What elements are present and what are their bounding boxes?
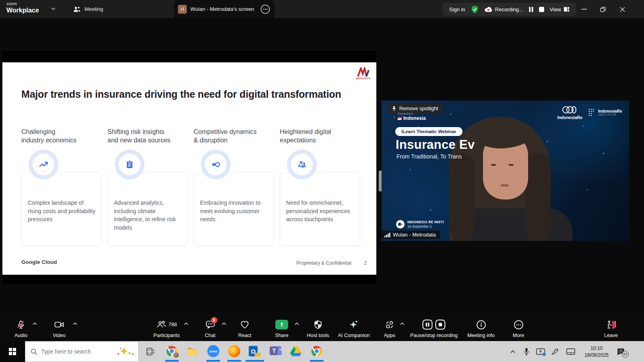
- column-body: Need for omnichannel, personalized exper…: [286, 199, 355, 224]
- slide-column-2: Shifting risk insights and new data sour…: [107, 128, 188, 246]
- slide-column-3: Competitive dynamics & disruption Embrac…: [194, 128, 274, 246]
- more-ellipsis-icon: [514, 319, 524, 330]
- meeting-toolbar: Audio Video 788 Participants 9 Chat: [0, 316, 644, 341]
- participants-button[interactable]: 788 Participants: [150, 319, 184, 338]
- tab-shared-screen[interactable]: H Wulan - Metrodata's screen: [174, 0, 275, 18]
- share-options-chevron-icon[interactable]: [294, 322, 299, 325]
- zoom-app-icon[interactable]: zoom: [207, 345, 220, 358]
- institute-text-sub: INSTITUTE: [598, 113, 622, 116]
- search-input[interactable]: [41, 348, 111, 355]
- react-button[interactable]: React: [228, 319, 262, 338]
- pin-icon: [392, 106, 396, 111]
- tray-show-hidden-icons[interactable]: [506, 341, 519, 362]
- meeting-tab-label: Meeting: [85, 6, 103, 12]
- webinar-headline: Insurance Ev: [396, 138, 475, 152]
- webinar-subheadline: From Traditional, To Trans: [396, 153, 462, 160]
- view-button[interactable]: View: [550, 6, 570, 12]
- tray-microphone-icon[interactable]: [520, 341, 533, 362]
- participant-hair-strand: [449, 153, 475, 241]
- chrome-profile-avatar: [173, 352, 179, 358]
- webinar-badge: iLearn Thematic Webinar: [395, 127, 462, 136]
- more-button[interactable]: More: [502, 319, 535, 338]
- participant-eye: [509, 164, 514, 166]
- ai-companion-button[interactable]: AI Companion: [337, 319, 371, 338]
- column-heading: Shifting risk insights and new data sour…: [107, 128, 188, 145]
- apps-icon: [385, 319, 394, 330]
- start-button[interactable]: [0, 341, 25, 362]
- participant-eye: [491, 164, 496, 166]
- notification-center[interactable]: 12: [611, 341, 630, 362]
- ai-sparkle-icon: [349, 319, 359, 330]
- tray-screen-share-icon[interactable]: [534, 341, 547, 362]
- google-cloud-logo: Google Cloud: [21, 259, 57, 265]
- teams-icon[interactable]: T: [269, 345, 282, 358]
- search-highlights-sparkle-icon[interactable]: [115, 346, 135, 357]
- firefox-icon[interactable]: [228, 345, 241, 358]
- participants-icon: [157, 320, 166, 329]
- notification-count-badge: 12: [622, 351, 629, 358]
- remove-spotlight-label: Remove spotlight: [399, 106, 438, 111]
- heart-icon: [240, 319, 250, 330]
- org-name: INDONESIA RE INSTI: [407, 220, 444, 224]
- audio-options-chevron-icon[interactable]: [32, 322, 37, 325]
- video-button[interactable]: Video: [42, 319, 76, 338]
- view-label: View: [550, 6, 561, 12]
- window-minimize-button[interactable]: [578, 4, 590, 14]
- metrodata-logo-text: METRODATA: [355, 77, 372, 80]
- shield-icon: [313, 319, 323, 330]
- chrome-icon[interactable]: [310, 345, 323, 358]
- video-options-chevron-icon[interactable]: [72, 322, 78, 325]
- recording-indicator[interactable]: Recording...: [484, 6, 523, 12]
- participants-count: 788: [169, 322, 177, 327]
- institute-text-primary: IndonesiaRe: [598, 109, 622, 113]
- slide-title: Major trends in insurance driving the ne…: [21, 88, 368, 100]
- google-drive-icon[interactable]: [289, 345, 302, 358]
- recording-label: Recording...: [495, 6, 523, 12]
- pause-recording-toolbar-icon[interactable]: [422, 319, 433, 330]
- column-body: Advanced analytics, including climate in…: [114, 199, 182, 232]
- share-button[interactable]: Share: [265, 319, 299, 338]
- chat-unread-badge: 9: [211, 317, 217, 323]
- tray-pen-icon[interactable]: [548, 341, 562, 362]
- window-maximize-button[interactable]: [597, 4, 609, 14]
- workspace-chevron-down-icon[interactable]: [51, 7, 56, 10]
- participant-lips: [501, 184, 509, 187]
- chat-label: Chat: [205, 333, 215, 338]
- video-label: Video: [53, 333, 66, 338]
- pause-recording-icon[interactable]: [529, 7, 533, 12]
- camera-badge-icon: [396, 220, 405, 228]
- tab-meeting[interactable]: Meeting: [68, 0, 109, 18]
- encryption-shield-icon[interactable]: [471, 5, 479, 14]
- indonesia-re-logo: IndonesiaRe: [555, 105, 584, 120]
- file-explorer-icon[interactable]: [186, 345, 199, 358]
- signal-bars-icon: [384, 232, 390, 237]
- sign-in-button[interactable]: Sign in: [449, 6, 465, 12]
- stop-recording-toolbar-icon[interactable]: [435, 319, 446, 330]
- webinar-org-block: INDONESIA RE INSTI 16 September 2: [396, 220, 444, 228]
- meeting-info-button[interactable]: Meeting info: [464, 319, 498, 338]
- pause-stop-recording-button[interactable]: Pause/stop recording: [399, 319, 469, 338]
- slide-page-number: 2: [364, 260, 367, 266]
- dot-circle-icon: [201, 150, 231, 179]
- three-circles-icon: [561, 105, 579, 114]
- column-body: Complex landscape of rising costs and pr…: [28, 199, 96, 224]
- host-tools-button[interactable]: Host tools: [301, 319, 335, 338]
- presentation-slide: METRODATA Major trends in insurance driv…: [2, 62, 376, 275]
- participants-options-chevron-icon[interactable]: [184, 322, 189, 325]
- windows-taskbar: zoom O T: [0, 341, 644, 362]
- meeting-people-icon: [73, 6, 81, 12]
- stop-recording-icon[interactable]: [539, 7, 544, 12]
- tab-options-ellipsis-icon[interactable]: [260, 4, 270, 14]
- taskbar-search[interactable]: [25, 341, 139, 362]
- window-close-button[interactable]: [617, 4, 628, 14]
- task-view-icon[interactable]: [142, 341, 159, 362]
- chat-options-chevron-icon[interactable]: [221, 322, 227, 325]
- share-label: Share: [275, 333, 288, 338]
- chrome-profile-icon[interactable]: [165, 345, 178, 358]
- leave-button[interactable]: Leave: [594, 319, 628, 338]
- outlook-icon[interactable]: O: [248, 345, 261, 358]
- column-heading: Challenging industry economics: [21, 128, 102, 145]
- participant-video-tile[interactable]: Remove spotlight Danantara Indonesia Ind…: [382, 101, 629, 241]
- audio-label: Audio: [14, 333, 27, 338]
- brand-zoom: zoom: [6, 2, 39, 6]
